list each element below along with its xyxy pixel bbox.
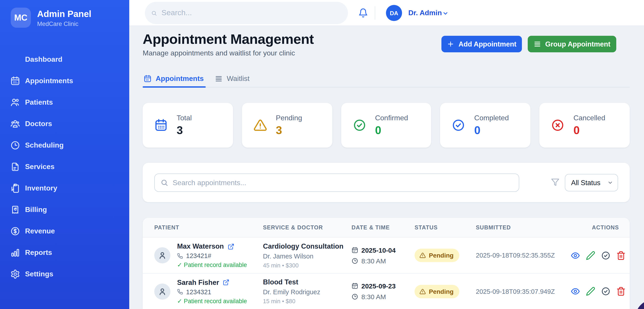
sidebar-item-doctors[interactable]: Doctors (7, 113, 122, 134)
sidebar-item-label: Settings (25, 270, 53, 278)
patient-name: Max Waterson (177, 242, 224, 250)
chevron-down-icon[interactable] (442, 10, 448, 16)
sidebar-item-billing[interactable]: Billing (7, 199, 122, 220)
main-content: Appointment Management Manage appointmen… (129, 26, 644, 309)
patient-record-note: ✓ Patient record available (177, 297, 247, 304)
edit-button[interactable] (586, 251, 595, 260)
stat-label: Total (177, 114, 192, 122)
col-patient: Patient (154, 224, 263, 230)
sidebar-item-label: Doctors (25, 120, 52, 128)
appointments-search-input[interactable]: Search appointments... (154, 174, 519, 192)
trash-icon (616, 251, 626, 260)
sidebar-item-label: Inventory (25, 184, 57, 192)
external-link-icon[interactable] (223, 279, 230, 286)
chevron-down-icon (607, 180, 613, 186)
appointment-date: 2025-09-23 (361, 282, 396, 290)
patient-name: Sarah Fisher (177, 278, 219, 286)
sidebar-item-dashboard[interactable]: Dashboard (7, 49, 122, 70)
brand-logo: MC (11, 8, 31, 28)
doctor-name: Dr. James Wilson (263, 252, 352, 260)
edit-button[interactable] (586, 287, 595, 296)
clock-icon (10, 140, 20, 150)
sidebar-item-settings[interactable]: Settings (7, 264, 122, 285)
brand: MC Admin Panel MedCare Clinic (0, 0, 129, 28)
trash-icon (616, 287, 626, 296)
page-title: Appointment Management (143, 31, 314, 48)
phone-icon (177, 289, 183, 295)
warning-icon (254, 118, 267, 132)
status-badge: Pending (414, 285, 459, 298)
confirm-button[interactable] (601, 287, 610, 296)
tab-waitlist[interactable]: Waitlist (215, 70, 250, 87)
add-appointment-label: Add Appointment (459, 40, 516, 48)
eye-icon (571, 287, 580, 296)
appointments-search-placeholder: Search appointments... (173, 179, 246, 187)
sidebar: MC Admin Panel MedCare Clinic Dashboard … (0, 0, 129, 309)
appointments-table: Patient Service & Doctor Date & Time Sta… (143, 218, 630, 309)
pencil-icon (586, 287, 595, 296)
check-circle-icon (601, 251, 610, 260)
delete-button[interactable] (616, 251, 626, 260)
status-badge: Pending (414, 249, 459, 262)
sidebar-item-reports[interactable]: Reports (7, 242, 122, 264)
sidebar-item-revenue[interactable]: Revenue (7, 220, 122, 242)
list-icon (215, 74, 223, 82)
tab-bar: Appointments Waitlist (143, 71, 630, 88)
patient-phone: 123421# (186, 252, 211, 259)
clipboard-icon (10, 183, 20, 193)
document-icon (10, 162, 20, 172)
page-subtitle: Manage appointments and waitlist for you… (143, 49, 295, 57)
sidebar-item-patients[interactable]: Patients (7, 92, 122, 113)
confirm-button[interactable] (601, 251, 610, 260)
phone-icon (177, 253, 183, 259)
sidebar-item-appointments[interactable]: Appointments (7, 70, 122, 92)
sidebar-item-scheduling[interactable]: Scheduling (7, 134, 122, 156)
users-icon (10, 98, 20, 107)
table-header: Patient Service & Doctor Date & Time Sta… (143, 218, 630, 238)
warning-icon (420, 288, 426, 294)
add-appointment-button[interactable]: Add Appointment (442, 36, 522, 52)
submitted-timestamp: 2025-09-18T09:35:07.949Z (476, 288, 571, 295)
stat-value: 3 (276, 124, 302, 136)
clock-icon (352, 257, 358, 264)
sidebar-item-label: Appointments (25, 77, 73, 85)
filter-icon (551, 178, 560, 186)
global-search-placeholder: Search... (162, 8, 192, 18)
status-filter-value: All Status (571, 179, 600, 187)
stat-card-cancelled: Cancelled 0 (539, 103, 630, 148)
check-circle-icon (452, 118, 465, 132)
sidebar-item-services[interactable]: Services (7, 156, 122, 178)
stat-value: 0 (474, 124, 509, 136)
view-button[interactable] (571, 251, 580, 260)
calendar-icon (154, 118, 168, 132)
plus-icon (447, 40, 454, 48)
delete-button[interactable] (616, 287, 626, 296)
group-appointment-label: Group Appointment (545, 40, 610, 48)
patient-record-note: ✓ Patient record available (177, 261, 247, 268)
sidebar-item-label: Billing (25, 206, 47, 214)
global-search-input[interactable]: Search... (145, 2, 348, 24)
gear-icon (10, 269, 20, 279)
doctor-name: Dr. Emily Rodriguez (263, 288, 352, 296)
tab-appointments[interactable]: Appointments (144, 70, 204, 87)
view-button[interactable] (571, 287, 580, 296)
col-date-time: Date & Time (352, 224, 414, 230)
sidebar-item-label: Scheduling (25, 141, 64, 149)
external-link-icon[interactable] (228, 243, 234, 250)
search-icon (151, 10, 157, 16)
blank-icon (10, 54, 20, 64)
sidebar-item-label: Patients (25, 98, 53, 106)
topbar: Search... DA Dr. Admin (129, 0, 644, 26)
stat-value: 0 (573, 124, 605, 136)
status-filter-select[interactable]: All Status (565, 174, 618, 192)
user-menu[interactable]: Dr. Admin (408, 9, 442, 17)
app-root: MC Admin Panel MedCare Clinic Dashboard … (0, 0, 644, 309)
bell-icon[interactable] (358, 8, 368, 18)
avatar[interactable]: DA (386, 5, 402, 21)
sidebar-item-inventory[interactable]: Inventory (7, 178, 122, 199)
team-icon (10, 119, 20, 129)
group-appointment-button[interactable]: Group Appointment (528, 36, 616, 52)
col-submitted: Submitted (476, 224, 571, 230)
tab-label: Waitlist (227, 74, 250, 82)
check-circle-icon (353, 118, 366, 132)
